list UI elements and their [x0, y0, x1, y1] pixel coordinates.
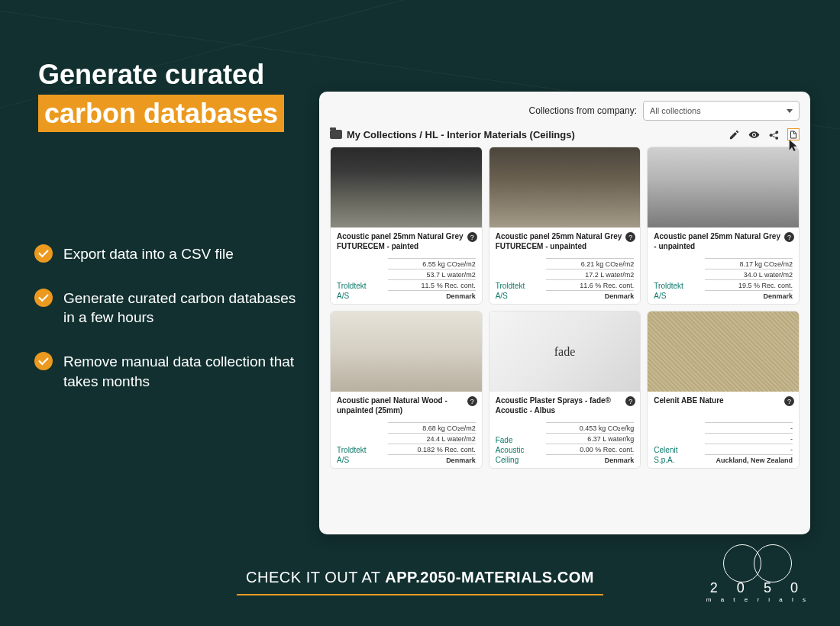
metric-water: 6.37 L water/kg [546, 433, 634, 444]
manufacturer[interactable]: TroldtektA/S [337, 281, 367, 301]
brand-logo: 2 0 5 0 m a t e r i a l s [706, 544, 809, 603]
metric-location: Denmark [388, 290, 476, 301]
manufacturer[interactable]: FadeAcousticCeiling [496, 435, 525, 465]
bullet-item: Generate curated carbon databases in a f… [34, 289, 302, 328]
folder-open-icon [330, 130, 342, 139]
card-thumbnail [489, 147, 641, 227]
metrics: 0.453 kg CO₂e/kg 6.37 L water/kg 0.00 % … [546, 422, 634, 465]
metric-water: - [705, 433, 793, 444]
card-thumbnail [331, 311, 482, 392]
bullet-item: Remove manual data collection that takes… [34, 352, 302, 391]
metric-co2: 0.453 kg CO₂e/kg [546, 422, 634, 433]
metric-co2: 6.21 kg CO₂e/m2 [546, 258, 634, 269]
material-card[interactable]: ? Celenit ABE Nature CelenitS.p.A. - - -… [647, 311, 800, 469]
bullet-text: Export data into a CSV file [63, 244, 234, 264]
check-icon [34, 244, 53, 263]
metric-water: 17.2 L water/m2 [546, 269, 634, 279]
card-title: Acoustic panel 25mm Natural Grey FUTUREC… [496, 232, 635, 252]
metric-location: Denmark [546, 290, 634, 301]
eye-icon[interactable] [748, 128, 760, 140]
metric-recycled: 19.5 % Rec. cont. [705, 279, 793, 290]
footer-text: CHECK IT OUT AT APP.2050-MATERIALS.COM [246, 569, 594, 586]
filter-label: Collections from company: [529, 105, 637, 116]
card-bottom: TroldtektA/S 6.55 kg CO₂e/m2 53.7 L wate… [337, 252, 476, 301]
metric-location: Denmark [388, 454, 476, 465]
card-body: ? Acoustic panel 25mm Natural Grey FUTUR… [331, 227, 482, 304]
footer-prefix: CHECK IT OUT AT [246, 569, 385, 586]
material-card[interactable]: ? Acoustic panel 25mm Natural Grey FUTUR… [330, 147, 483, 305]
material-card[interactable]: ? Acoustic panel 25mm Natural Grey FUTUR… [489, 147, 641, 305]
logo-circles-icon [723, 544, 792, 586]
info-icon[interactable]: ? [784, 396, 794, 406]
card-thumbnail [489, 311, 641, 392]
metric-co2: - [705, 422, 793, 433]
material-card[interactable]: ? Acoustic panel Natural Wood - unpainte… [330, 311, 483, 469]
select-value: All collections [650, 106, 701, 115]
card-bottom: FadeAcousticCeiling 0.453 kg CO₂e/kg 6.3… [496, 416, 635, 465]
manufacturer[interactable]: TroldtektA/S [337, 445, 367, 465]
bullet-text: Remove manual data collection that takes… [63, 352, 302, 391]
card-body: ? Acoustic panel 25mm Natural Grey - unp… [648, 227, 799, 304]
breadcrumb-text: My Collections / HL - Interior Materials… [347, 129, 575, 140]
card-title: Acoustic panel 25mm Natural Grey FUTUREC… [337, 232, 476, 252]
material-card[interactable]: ? Acoustic panel 25mm Natural Grey - unp… [647, 147, 800, 305]
metrics: 6.55 kg CO₂e/m2 53.7 L water/m2 11.5 % R… [388, 258, 476, 301]
metric-co2: 8.68 kg CO₂e/m2 [388, 422, 476, 433]
material-card[interactable]: ? Acoustic Plaster Sprays - fade® Acoust… [489, 311, 641, 469]
metric-water: 24.4 L water/m2 [388, 433, 476, 444]
metric-water: 34.0 L water/m2 [705, 269, 793, 279]
breadcrumb[interactable]: My Collections / HL - Interior Materials… [330, 129, 575, 140]
card-title: Acoustic Plaster Sprays - fade® Acoustic… [496, 396, 635, 416]
metric-co2: 8.17 kg CO₂e/m2 [705, 258, 793, 269]
metric-location: Denmark [546, 454, 634, 465]
card-body: ? Acoustic Plaster Sprays - fade® Acoust… [489, 392, 641, 468]
bullet-item: Export data into a CSV file [34, 244, 302, 264]
info-icon[interactable]: ? [784, 232, 794, 242]
card-title: Acoustic panel 25mm Natural Grey - unpai… [654, 232, 793, 252]
info-icon[interactable]: ? [467, 396, 477, 406]
info-icon[interactable]: ? [467, 232, 477, 242]
metrics: 8.17 kg CO₂e/m2 34.0 L water/m2 19.5 % R… [705, 258, 793, 301]
manufacturer[interactable]: TroldtektA/S [654, 281, 683, 301]
footer-link[interactable]: APP.2050-MATERIALS.COM [385, 569, 594, 586]
metric-recycled: 0.00 % Rec. cont. [546, 444, 634, 454]
metrics: 6.21 kg CO₂e/m2 17.2 L water/m2 11.6 % R… [546, 258, 634, 301]
metrics: - - - Auckland, New Zealand [705, 422, 793, 465]
check-icon [34, 352, 53, 370]
card-thumbnail [648, 311, 799, 392]
metric-recycled: 11.6 % Rec. cont. [546, 279, 634, 290]
metrics: 8.68 kg CO₂e/m2 24.4 L water/m2 0.182 % … [388, 422, 476, 465]
manufacturer[interactable]: TroldtektA/S [496, 281, 525, 301]
metric-location: Auckland, New Zealand [705, 454, 793, 465]
metric-recycled: - [705, 444, 793, 454]
metric-recycled: 0.182 % Rec. cont. [388, 444, 476, 454]
card-bottom: TroldtektA/S 6.21 kg CO₂e/m2 17.2 L wate… [496, 252, 635, 301]
collections-select[interactable]: All collections [643, 101, 800, 121]
card-thumbnail [331, 147, 482, 227]
headline-line2: carbon databases [38, 95, 284, 132]
card-body: ? Acoustic panel 25mm Natural Grey FUTUR… [489, 227, 641, 304]
bullet-list: Export data into a CSV file Generate cur… [34, 244, 302, 415]
card-thumbnail [648, 147, 799, 227]
breadcrumb-row: My Collections / HL - Interior Materials… [330, 128, 800, 140]
cards-grid: ? Acoustic panel 25mm Natural Grey FUTUR… [330, 147, 800, 469]
share-icon[interactable] [767, 128, 780, 140]
manufacturer[interactable]: CelenitS.p.A. [654, 445, 677, 465]
app-panel: Collections from company: All collection… [319, 92, 810, 534]
metric-recycled: 11.5 % Rec. cont. [388, 279, 476, 290]
metric-water: 53.7 L water/m2 [388, 269, 476, 279]
footer-underline [237, 594, 603, 595]
info-icon[interactable]: ? [625, 396, 635, 406]
logo-sub: m a t e r i a l s [706, 596, 809, 603]
check-icon [34, 289, 53, 307]
cursor-icon [787, 139, 800, 153]
card-bottom: TroldtektA/S 8.17 kg CO₂e/m2 34.0 L wate… [654, 252, 793, 301]
metric-location: Denmark [705, 290, 793, 301]
card-title: Acoustic panel Natural Wood - unpainted … [337, 396, 476, 416]
metric-co2: 6.55 kg CO₂e/m2 [388, 258, 476, 269]
info-icon[interactable]: ? [625, 232, 635, 242]
edit-icon[interactable] [728, 128, 740, 140]
card-bottom: CelenitS.p.A. - - - Auckland, New Zealan… [654, 416, 793, 465]
card-bottom: TroldtektA/S 8.68 kg CO₂e/m2 24.4 L wate… [337, 416, 476, 465]
card-body: ? Celenit ABE Nature CelenitS.p.A. - - -… [648, 392, 799, 468]
